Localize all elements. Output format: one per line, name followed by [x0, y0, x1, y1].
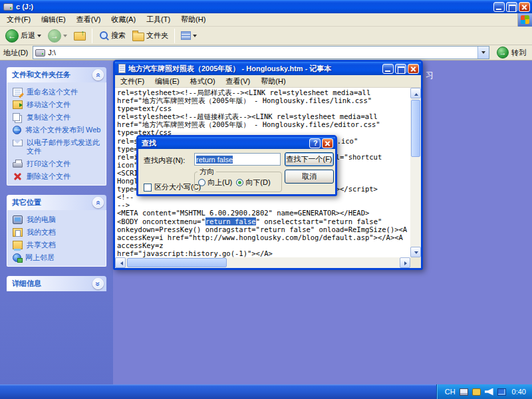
- direction-group: 方向 向上(U) 向下(D): [194, 167, 282, 192]
- menu-file[interactable]: 文件(F): [1, 13, 36, 27]
- window-controls: [493, 2, 530, 12]
- task-copy-file[interactable]: 复制这个文件: [13, 113, 102, 122]
- match-case-checkbox[interactable]: 区分大小写(C): [144, 182, 201, 192]
- task-rename-file[interactable]: 重命名这个文件: [13, 88, 102, 96]
- up-button[interactable]: [71, 27, 88, 45]
- horizontal-scrollbar[interactable]: [115, 257, 410, 268]
- drive-icon: [3, 3, 13, 11]
- task-email-file[interactable]: 以电子邮件形式发送此文件: [13, 138, 102, 156]
- help-button[interactable]: [309, 138, 321, 148]
- network-icon[interactable]: [497, 388, 506, 396]
- scroll-up-button[interactable]: [410, 88, 421, 98]
- copy-icon: [13, 113, 20, 121]
- radio-checked-icon: [236, 179, 243, 186]
- notepad-title: 地方汽车牌照对照表（2005年版） - Honglousky.htm - 记事本: [128, 64, 380, 74]
- chevron-up-icon[interactable]: [92, 69, 104, 80]
- find-next-button[interactable]: 查找下一个(F): [285, 152, 334, 166]
- forward-icon: [48, 29, 61, 43]
- cancel-button[interactable]: 取消: [285, 170, 334, 184]
- back-label: 后退: [21, 31, 35, 41]
- explorer-titlebar[interactable]: c (J:): [0, 0, 532, 13]
- back-dropdown-caret[interactable]: [37, 35, 41, 39]
- keyboard-icon[interactable]: [460, 388, 468, 396]
- chevron-down-icon[interactable]: [92, 278, 104, 289]
- scroll-left-button[interactable]: [115, 257, 126, 268]
- forward-button[interactable]: [45, 27, 70, 45]
- task-print-file[interactable]: 打印这个文件: [13, 160, 102, 168]
- direction-group-title: 方向: [198, 167, 216, 177]
- chevron-up-icon[interactable]: [92, 197, 104, 208]
- task-move-file[interactable]: 移动这个文件: [13, 100, 102, 109]
- panel-title: 其它位置: [12, 198, 41, 207]
- task-publish-file[interactable]: 将这个文件发布到 Web: [13, 126, 102, 134]
- explorer-addressbar: 地址(D) J:\ 转到: [0, 45, 532, 61]
- find-what-input[interactable]: return false: [194, 153, 281, 166]
- notepad-close-button[interactable]: [408, 64, 419, 74]
- notepad-titlebar[interactable]: 地方汽车牌照对照表（2005年版） - Honglousky.htm - 记事本: [115, 62, 421, 75]
- notepad-maximize-button[interactable]: [395, 64, 406, 74]
- task-pane: 文件和文件夹任务 重命名这个文件 移动这个文件: [0, 61, 113, 384]
- menu-favorites[interactable]: 收藏(A): [106, 13, 141, 27]
- maximize-button[interactable]: [506, 2, 517, 12]
- shared-documents-icon: [13, 241, 23, 249]
- chevron-down-icon: [481, 51, 485, 56]
- scroll-right-button[interactable]: [400, 257, 410, 268]
- vertical-scrollbar[interactable]: [410, 88, 421, 257]
- printer-icon: [13, 162, 23, 168]
- np-menu-file[interactable]: 文件(F): [115, 74, 150, 88]
- np-menu-edit[interactable]: 编辑(E): [150, 74, 185, 88]
- menu-tools[interactable]: 工具(T): [141, 13, 176, 27]
- scroll-down-button[interactable]: [410, 247, 421, 257]
- folders-button[interactable]: 文件夹: [130, 27, 171, 45]
- notepad-line: type=text/css: [117, 104, 410, 112]
- address-value: J:\: [48, 49, 475, 57]
- horizontal-scroll-thumb[interactable]: [127, 258, 227, 267]
- menu-view[interactable]: 查看(V): [71, 13, 106, 27]
- ime-pen-icon[interactable]: [472, 388, 481, 396]
- address-input[interactable]: J:\: [33, 46, 489, 59]
- np-menu-format[interactable]: 格式(O): [185, 74, 221, 88]
- place-my-computer[interactable]: 我的电脑: [13, 215, 102, 224]
- toolbar-separator: [92, 29, 92, 43]
- notepad-minimize-button[interactable]: [382, 64, 394, 74]
- address-dropdown-button[interactable]: [477, 47, 489, 59]
- clock: 0:40: [512, 388, 526, 396]
- direction-down-label: 向下(D): [245, 178, 270, 188]
- direction-down-radio[interactable]: 向下(D): [236, 178, 270, 188]
- search-button[interactable]: 搜索: [96, 27, 128, 45]
- close-button[interactable]: [519, 2, 530, 12]
- task-label: 删除这个文件: [27, 172, 70, 181]
- notepad-line: accessKey=z: [117, 241, 410, 249]
- place-my-documents[interactable]: 我的文档: [13, 228, 102, 237]
- up-folder-icon: [74, 32, 86, 41]
- menu-help[interactable]: 帮助(H): [176, 13, 211, 27]
- views-button[interactable]: [178, 27, 200, 45]
- notepad-line: href="地方汽车牌照对照表（2005年版） - Honglousky.fil…: [117, 120, 410, 128]
- place-network[interactable]: 网上邻居: [13, 253, 102, 262]
- volume-icon[interactable]: [485, 388, 493, 396]
- folders-label: 文件夹: [146, 31, 168, 41]
- menu-edit[interactable]: 编辑(E): [36, 13, 71, 27]
- other-places-header[interactable]: 其它位置: [7, 195, 106, 210]
- views-icon: [181, 31, 191, 40]
- np-menu-help[interactable]: 帮助(H): [255, 74, 291, 88]
- vertical-scroll-thumb[interactable]: [411, 100, 420, 157]
- desktop: c (J:) 文件(F) 编辑(E) 查看(V) 收藏(A) 工具(T) 帮助(…: [0, 0, 532, 399]
- task-delete-file[interactable]: 删除这个文件: [13, 172, 102, 181]
- go-label: 转到: [511, 48, 526, 58]
- direction-up-radio[interactable]: 向上(U): [198, 178, 232, 188]
- place-shared-documents[interactable]: 共享文档: [13, 241, 102, 249]
- details-header[interactable]: 详细信息: [7, 276, 106, 291]
- task-label: 打印这个文件: [27, 160, 70, 168]
- go-arrow-icon: [497, 47, 509, 59]
- language-indicator[interactable]: CH: [445, 388, 456, 396]
- minimize-button[interactable]: [493, 2, 505, 12]
- notepad-line: href="javascript:history.go(-1)"></A>: [117, 249, 410, 257]
- file-tasks-header[interactable]: 文件和文件夹任务: [7, 67, 106, 82]
- find-close-button[interactable]: [322, 138, 333, 148]
- forward-dropdown-caret[interactable]: [63, 35, 67, 39]
- np-menu-view[interactable]: 查看(V): [221, 74, 256, 88]
- back-button[interactable]: 后退: [3, 27, 44, 45]
- find-dialog-titlebar[interactable]: 查找: [138, 137, 335, 149]
- go-button[interactable]: 转到: [493, 47, 530, 59]
